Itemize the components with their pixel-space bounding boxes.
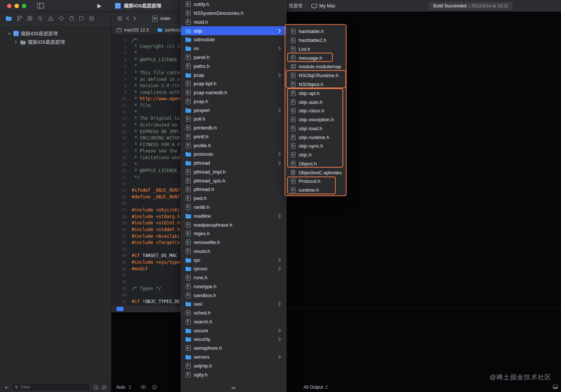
disclosure-right-icon[interactable] — [14, 40, 18, 44]
filter-input[interactable] — [20, 385, 87, 390]
jumpbar-path[interactable]: usr/inclu — [165, 27, 181, 33]
menu-item-label: pthread.h — [194, 187, 214, 192]
zoom-button[interactable] — [22, 4, 26, 8]
filter-field[interactable] — [12, 383, 90, 391]
test-navigator-icon[interactable] — [59, 16, 64, 21]
issue-navigator-icon[interactable] — [48, 16, 53, 21]
menu-item-file[interactable]: hobjc-auto.h — [286, 98, 346, 106]
eye-icon[interactable] — [140, 385, 146, 389]
menu-item-folder[interactable]: secure — [181, 326, 286, 335]
menu-item-file[interactable]: hObject.h — [286, 159, 346, 168]
menu-item-file[interactable]: hsandbox.h — [181, 291, 286, 300]
build-status-pill[interactable]: Build Succeeded | 2022/4/14 at 18:22 — [429, 2, 513, 10]
scroll-more-chevron-icon[interactable] — [231, 386, 236, 389]
scm-filter-icon[interactable] — [102, 385, 106, 390]
menu-item-file[interactable]: hpaths.h — [181, 62, 286, 70]
blue-indicator-chip[interactable] — [117, 307, 124, 311]
menu-item-file[interactable]: hpanel.h — [181, 53, 286, 62]
breakpoint-navigator-icon[interactable] — [79, 16, 84, 21]
menu-item-file[interactable]: hpcap.h — [181, 97, 286, 106]
disclosure-down-icon[interactable] — [7, 33, 12, 35]
menu-item-folder[interactable]: rpcsvc — [181, 264, 286, 273]
menu-item-file[interactable]: hmessage.h — [286, 53, 346, 62]
menu-item-file[interactable]: hpwd.h — [181, 194, 286, 203]
tree-item-project[interactable]: 窥探iOS底层原理 — [0, 29, 111, 38]
menu-item-folder[interactable]: pcap — [181, 70, 286, 79]
menu-item-file[interactable]: hnotify.h — [181, 0, 286, 9]
menu-item-file[interactable]: hProtocol.h — [286, 177, 346, 186]
menu-item-file[interactable]: hobjc-sync.h — [286, 142, 346, 151]
menu-item-file[interactable]: hruntime.h — [286, 186, 346, 195]
project-navigator-icon[interactable] — [6, 16, 12, 21]
scheme-selector[interactable]: 层原理 〉 My Mac — [289, 0, 335, 12]
menu-item-file[interactable]: hsched.h — [181, 309, 286, 317]
menu-item-folder[interactable]: rpc — [181, 256, 286, 264]
menu-item-folder[interactable]: security — [181, 335, 286, 344]
menu-item-file[interactable]: hprintf.h — [181, 132, 286, 141]
back-icon[interactable] — [126, 16, 129, 21]
menu-item-folder[interactable]: pexpert — [181, 106, 286, 115]
jumpbar-sdk[interactable]: macOS 12.3 — [124, 27, 149, 33]
menu-item-file[interactable]: hpoll.h — [181, 115, 286, 123]
menu-item-file[interactable]: hranlib.h — [181, 203, 286, 212]
menu-item-folder[interactable]: objc — [181, 26, 286, 35]
menu-item-file[interactable]: module.modulemap — [286, 62, 346, 71]
menu-item-file[interactable]: hpthread_spis.h — [181, 176, 286, 185]
report-navigator-icon[interactable] — [89, 16, 94, 21]
menu-item-file[interactable]: hobjc-class.h — [286, 106, 346, 115]
menu-item-file[interactable]: hpcap-bpf.h — [181, 79, 286, 88]
related-items-icon[interactable] — [118, 16, 122, 21]
source-control-navigator-icon[interactable] — [17, 16, 22, 21]
menu-item-file[interactable]: hsearch.h — [181, 317, 286, 326]
menu-item-file[interactable]: hregex.h — [181, 229, 286, 238]
menu-item-file[interactable]: hobjc-api.h — [286, 89, 346, 98]
find-navigator-icon[interactable] — [37, 16, 43, 21]
menu-item-folder[interactable]: sasl — [181, 300, 286, 309]
menu-item-file[interactable]: hNSObjCRuntime.h — [286, 71, 346, 80]
menu-item-file[interactable]: hprinterdb.h — [181, 123, 286, 132]
forward-icon[interactable] — [133, 16, 136, 21]
menu-item-file[interactable]: hrunetype.h — [181, 282, 286, 291]
menu-item-folder[interactable]: os — [181, 44, 286, 53]
run-button[interactable] — [97, 3, 102, 9]
menu-item-file[interactable]: hobjc-load.h — [286, 124, 346, 133]
menu-item-file[interactable]: hreadpassphrase.h — [181, 220, 286, 229]
menu-item-file[interactable]: hsetjmp.h — [181, 361, 286, 370]
menu-item-file[interactable]: hobjc-runtime.h — [286, 133, 346, 142]
menu-item-file[interactable]: hNSSystemDirectories.h — [181, 9, 286, 18]
close-button[interactable] — [7, 4, 12, 8]
menu-item-file[interactable]: hpthread_impl.h — [181, 168, 286, 177]
variables-mode-select[interactable]: Auto — [116, 385, 125, 390]
menu-item-file[interactable]: hpcap-namedb.h — [181, 88, 286, 97]
menu-item-file[interactable]: hList.h — [286, 45, 346, 54]
menu-item-file[interactable]: hremovefile.h — [181, 238, 286, 247]
menu-item-file[interactable]: hsemaphore.h — [181, 344, 286, 353]
menu-item-folder[interactable]: odmodule — [181, 35, 286, 44]
add-button[interactable]: + — [4, 384, 8, 391]
menu-item-file[interactable]: hrune.h — [181, 273, 286, 282]
menu-item-folder[interactable]: pthread — [181, 159, 286, 168]
tree-item-group[interactable]: 窥探iOS底层原理 — [0, 38, 111, 46]
recent-files-icon[interactable] — [94, 385, 98, 390]
menu-item-folder[interactable]: readline — [181, 211, 286, 220]
menu-item-file[interactable]: hobjc.h — [286, 151, 346, 159]
menu-item-file[interactable]: ObjectiveC.apinotes — [286, 168, 346, 177]
console-scope-select[interactable]: All Output — [304, 385, 323, 390]
menu-item-file[interactable]: hresolv.h — [181, 247, 286, 256]
menu-item-file[interactable]: hhashtable.h — [286, 27, 346, 36]
menu-item-folder[interactable]: protocols — [181, 150, 286, 159]
menu-item-file[interactable]: hobjc-exception.h — [286, 115, 346, 124]
tab-main[interactable]: m main — [152, 16, 170, 22]
menu-item-file[interactable]: hNSObject.h — [286, 80, 346, 89]
symbol-navigator-icon[interactable] — [27, 16, 32, 21]
menu-item-file[interactable]: hprofile.h — [181, 141, 286, 150]
minimize-button[interactable] — [14, 4, 19, 8]
info-icon[interactable] — [152, 385, 157, 389]
debug-navigator-icon[interactable] — [69, 16, 74, 21]
menu-item-file[interactable]: hpthread.h — [181, 185, 286, 194]
hide-console-icon[interactable] — [553, 385, 558, 389]
menu-item-folder[interactable]: servers — [181, 353, 286, 362]
menu-item-file[interactable]: hhashtable2.h — [286, 36, 346, 45]
sidebar-toggle-icon[interactable] — [37, 3, 44, 9]
menu-item-file[interactable]: hntsid.h — [181, 18, 286, 27]
